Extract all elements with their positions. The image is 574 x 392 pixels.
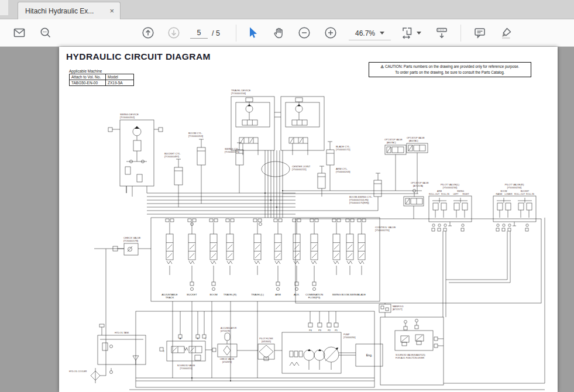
- manifold-label: MANIFOLD: [393, 305, 404, 308]
- search-icon: [39, 26, 53, 40]
- opt-stop-valve-label: OPT./STOP VALVE: [384, 139, 403, 141]
- control-valve-section-label: BUCKET: [187, 293, 197, 296]
- control-valve-section-label: SWING: [332, 293, 341, 296]
- fit-width-button[interactable]: [400, 25, 415, 40]
- aux-solenoid-label-2: FOR AUX. FUNCTION LEVER: [396, 357, 425, 359]
- select-tool-button[interactable]: [245, 25, 260, 40]
- port-b: B: [197, 338, 199, 340]
- highlighter-icon: [499, 26, 513, 40]
- fn-swing-right: RIGHT: [462, 193, 469, 195]
- control-valve-section-label: TRAVEL(R): [224, 293, 237, 296]
- zoom-level-value: 46.7%: [355, 29, 375, 37]
- boom-swing-cylinder: BOOM-SWING CYL. [Y50000211(LH)] [Y500001…: [349, 173, 381, 204]
- control-valve-section-label: ARM: [275, 293, 281, 296]
- engine-label: Eng.: [366, 353, 373, 357]
- zoom-out-button[interactable]: [297, 25, 312, 40]
- fn-bucket-out: ROLL-OUT: [514, 193, 525, 195]
- pipe-lines: [94, 112, 545, 390]
- pilot-filter-pn: [4453645]: [262, 341, 271, 343]
- opt-stop-valve-2: OPT./STOP VALVE [A607AC]: [407, 137, 428, 153]
- pilot-valve-r-pn: [Y50000234]: [507, 186, 521, 189]
- page-number-input[interactable]: 5: [190, 19, 208, 47]
- port-p4: P4: [309, 329, 312, 332]
- fn-boom-raise: RAISE: [496, 193, 503, 195]
- fn-boom: BOOM: [501, 190, 507, 192]
- check-valve-2-label: CHECK VALVE: [220, 358, 235, 360]
- document-area[interactable]: HYDRAULIC CIRCUIT DIAGRAM Applicable Mac…: [0, 47, 574, 392]
- travel-device-right: [281, 97, 324, 155]
- scroll-mode-button[interactable]: [434, 25, 449, 40]
- pilot-filter: PILOT FILTER [4453645]: [258, 338, 282, 360]
- next-page-button[interactable]: [166, 25, 181, 40]
- hand-tool-button[interactable]: [271, 25, 287, 40]
- pump-label: PUMP: [343, 333, 350, 336]
- tab-close-icon[interactable]: ×: [108, 7, 115, 15]
- accumulator-pn: [4715578]: [221, 330, 230, 332]
- pdf-page: HYDRAULIC CIRCUIT DIAGRAM Applicable Mac…: [59, 47, 558, 392]
- accumulator: ACCUMULATOR [4715578] CHECK VALVE [47428…: [205, 327, 258, 363]
- check-valve-pn: [TO0000178]: [123, 239, 138, 242]
- caret-down-icon: [417, 32, 421, 35]
- engine: Eng.: [356, 344, 383, 366]
- plus-circle-icon: [324, 26, 338, 40]
- opt-stop-valve-label: OPT./STOP VALVE: [411, 182, 429, 184]
- fn-boom-lower: LOWER: [504, 193, 513, 195]
- swing-device-pn: [TO0000202]: [120, 116, 135, 119]
- pilot-filter-label: PILOT FILTER: [259, 338, 273, 340]
- page-count-label: / 5: [212, 19, 220, 47]
- control-valve-section-label: ADJUSTABLETRACK: [161, 293, 178, 299]
- manifold: MANIFOLD [A712577]: [379, 303, 404, 317]
- caret-down-icon: [380, 32, 384, 35]
- highlight-button[interactable]: [499, 25, 514, 40]
- solenoid-valve: A B C T SOLENOID VALVE [TO0000151]: [160, 335, 207, 370]
- control-valve-section-label: COMBINATIONFLOW(P3): [305, 293, 323, 299]
- control-valve-pn: [Y50000270]: [375, 229, 389, 232]
- pump-pn: [Y50000260]: [343, 336, 355, 339]
- arrow-down-circle-icon: [167, 26, 181, 40]
- control-valve-section-label: AUX.: [294, 293, 300, 296]
- check-valve-left: CHECK VALVE [TO0000178]: [113, 236, 141, 255]
- opt-stop-valve-label: OPT./STOP VALVE: [407, 137, 425, 139]
- pdf-viewer-window: Hitachi Hydraulic Ex... ×: [0, 0, 574, 392]
- zoom-level-dropdown[interactable]: 46.7%: [349, 26, 391, 40]
- scroll-mode-icon: [435, 26, 449, 40]
- find-button[interactable]: [38, 25, 53, 40]
- fit-width-icon: [401, 26, 415, 40]
- control-valve-section-label: BOOM-SWING: [341, 293, 359, 296]
- hydraulic-circuit-diagram: TRAVEL DEVICE [TO0000134]: [59, 47, 558, 392]
- tab-title: Hitachi Hydraulic Ex...: [25, 7, 108, 15]
- hand-icon: [272, 26, 286, 40]
- bucket-cyl-pn: [TO0000497]: [164, 155, 179, 158]
- pilot-valve-l-pn: [Y50000234]: [443, 186, 457, 189]
- fn-bucket-in: ROLL IN: [526, 193, 534, 195]
- fn-swing: SWING: [457, 190, 464, 192]
- opt-stop-valve-pn: [A607AC]: [387, 142, 396, 144]
- aux-solenoid-label-1: SOLENOID VALVE(S/A667525): [396, 354, 425, 356]
- fn-arm-out: ROLL-OUT: [429, 193, 440, 195]
- previous-page-button[interactable]: [140, 25, 156, 40]
- control-valve-spools: ADJUSTABLETRACKBUCKETBOOMTRAVEL(R)TRAVEL…: [161, 219, 366, 299]
- fn-swing-left: LEFT: [453, 193, 459, 195]
- solenoid-valve-pn: [TO0000151]: [180, 367, 193, 370]
- document-tab[interactable]: Hitachi Hydraulic Ex... ×: [18, 2, 121, 19]
- port-p1: P1: [335, 329, 338, 332]
- port-a: A: [180, 338, 181, 340]
- bucket-cylinder: BUCKET CYL. [TO0000497]: [164, 152, 183, 185]
- travel-device-left: TRAVEL DEVICE [TO0000134]: [231, 89, 274, 155]
- blade-cyl-pn: [Y50000172]: [336, 148, 350, 151]
- fn-bucket: BUCKET: [521, 190, 530, 192]
- control-valve-section-label: BOOM: [209, 293, 218, 296]
- arm-cylinder: ARM CYL. [Y50000203]: [318, 166, 350, 188]
- center-joint: CENTER JOINT [Y50000222]: [262, 161, 311, 177]
- hyd-oil-tank-label: HYD.OIL TANK: [115, 332, 129, 334]
- zoom-in-button[interactable]: [323, 25, 338, 40]
- comment-button[interactable]: [472, 25, 487, 40]
- control-valve-section-label: BLADE: [358, 293, 366, 296]
- fn-arm: ARM: [437, 190, 442, 192]
- solenoid-valve-label: SOLENOID VALVE: [177, 365, 195, 367]
- window-corner: [0, 0, 8, 15]
- boom-swing-cyl-pn2: [Y50000175(RH)]: [349, 201, 369, 204]
- email-button[interactable]: [12, 25, 27, 40]
- opt-stop-valve-3: OPT./STOP VALVE [A71257A]: [404, 182, 429, 206]
- mail-icon: [12, 26, 26, 40]
